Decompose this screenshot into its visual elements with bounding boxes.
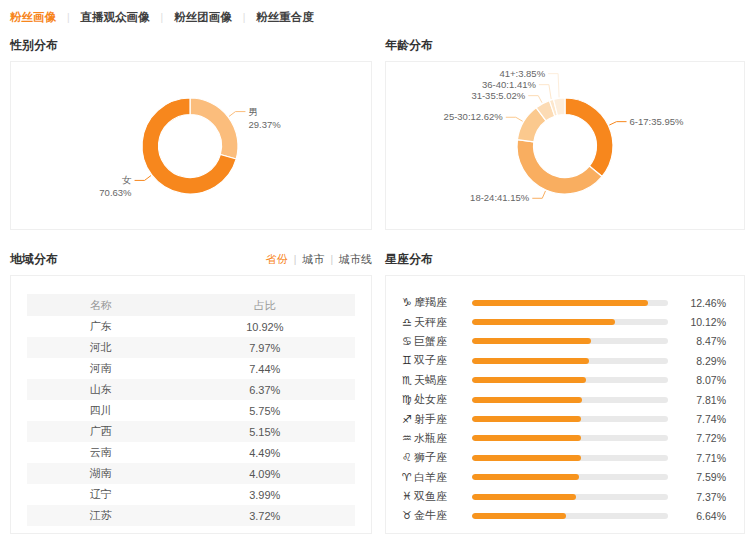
zodiac-name: 水瓶座 (414, 431, 447, 446)
region-subtabs: 省份 | 城市 | 城市线 (266, 252, 372, 267)
region-table-cell: 4.49% (175, 442, 355, 463)
zodiac-value: 7.72% (678, 432, 726, 444)
bar-fill (472, 474, 579, 480)
pie-label: 男 (248, 106, 258, 117)
zodiac-label: ♌狮子座 (402, 450, 466, 465)
age-card: 6-17:35.95%18-24:41.15%25-30:12.62%31-35… (385, 61, 745, 230)
pie-label: 25-30:12.62% (444, 111, 504, 122)
tab-separator: | (243, 12, 246, 23)
tab-live-audience-portrait[interactable]: 直播观众画像 (81, 10, 150, 25)
region-table-cell: 广东 (27, 316, 175, 337)
region-table-cell: 江苏 (27, 505, 175, 526)
zodiac-label: ♐射手座 (402, 412, 466, 427)
zodiac-label: ♍处女座 (402, 392, 466, 407)
zodiac-name: 处女座 (414, 392, 447, 407)
region-table-cell: 四川 (27, 400, 175, 421)
age-donut-chart: 6-17:35.95%18-24:41.15%25-30:12.62%31-35… (386, 62, 744, 229)
region-table-cell: 7.97% (175, 337, 355, 358)
gender-section-title: 性别分布 (10, 37, 58, 54)
region-table-cell: 山东 (27, 379, 175, 400)
bar-track (472, 513, 668, 519)
zodiac-value: 7.37% (678, 491, 726, 503)
zodiac-row: ♓双鱼座7.37% (402, 487, 726, 506)
zodiac-label: ♊双子座 (402, 353, 466, 368)
zodiac-9-icon: ♌ (402, 451, 412, 464)
zodiac-name: 射手座 (414, 412, 447, 427)
region-table-row: 江苏3.72% (27, 505, 355, 526)
pie-label: 31-35:5.02% (471, 90, 525, 101)
subtab-province[interactable]: 省份 (266, 252, 288, 267)
zodiac-11-icon: ♓ (402, 490, 412, 503)
tab-fan-overlap[interactable]: 粉丝重合度 (256, 10, 314, 25)
zodiac-value: 7.74% (678, 413, 726, 425)
subtab-separator: | (294, 254, 297, 265)
region-table: 名称占比 广东10.92%河北7.97%河南7.44%山东6.37%四川5.75… (27, 294, 355, 526)
bar-fill (472, 319, 615, 325)
pie-label: 36-40:1.41% (482, 79, 536, 90)
zodiac-value: 8.07% (678, 374, 726, 386)
region-column-header: 名称 (27, 294, 175, 316)
region-table-cell: 6.37% (175, 379, 355, 400)
subtab-city[interactable]: 城市 (302, 252, 324, 267)
region-table-cell: 5.15% (175, 421, 355, 442)
zodiac-1-icon: ♑ (402, 296, 412, 309)
region-table-row: 云南4.49% (27, 442, 355, 463)
subtab-city-tier[interactable]: 城市线 (339, 252, 372, 267)
bar-fill (472, 358, 589, 364)
region-table-cell: 7.44% (175, 358, 355, 379)
top-tabbar: 粉丝画像 | 直播观众画像 | 粉丝团画像 | 粉丝重合度 (10, 6, 745, 28)
tab-fan-club-portrait[interactable]: 粉丝团画像 (174, 10, 232, 25)
zodiac-name: 摩羯座 (414, 295, 447, 310)
zodiac-card: ♑摩羯座12.46%♎天秤座10.12%♋巨蟹座8.47%♊双子座8.29%♏天… (385, 275, 745, 534)
bar-track (472, 358, 668, 364)
region-table-row: 四川5.75% (27, 400, 355, 421)
bar-fill (472, 513, 566, 519)
zodiac-value: 12.46% (678, 297, 726, 309)
tab-fan-portrait[interactable]: 粉丝画像 (10, 10, 56, 25)
tab-separator: | (161, 12, 164, 23)
bar-track (472, 474, 668, 480)
zodiac-value: 7.71% (678, 452, 726, 464)
region-table-row: 广东10.92% (27, 316, 355, 337)
zodiac-12-icon: ♉ (402, 509, 412, 522)
zodiac-label: ♎天秤座 (402, 315, 466, 330)
zodiac-name: 巨蟹座 (414, 334, 447, 349)
region-table-cell: 辽宁 (27, 484, 175, 505)
bar-track (472, 494, 668, 500)
zodiac-10-icon: ♈ (402, 471, 412, 484)
pie-label: 29.37% (248, 119, 281, 130)
zodiac-value: 8.47% (678, 335, 726, 347)
region-table-row: 山东6.37% (27, 379, 355, 400)
zodiac-value: 7.81% (678, 394, 726, 406)
zodiac-3-icon: ♋ (402, 335, 412, 348)
bar-track (472, 455, 668, 461)
gender-donut-chart: 男29.37%女70.63% (11, 62, 371, 229)
zodiac-label: ♏天蝎座 (402, 373, 466, 388)
pie-slice-18-24 (517, 140, 602, 194)
zodiac-value: 7.59% (678, 471, 726, 483)
region-table-row: 辽宁3.99% (27, 484, 355, 505)
pie-label-line (528, 96, 542, 103)
zodiac-label: ♒水瓶座 (402, 431, 466, 446)
region-table-row: 河南7.44% (27, 358, 355, 379)
zodiac-row: ♈白羊座7.59% (402, 468, 726, 487)
zodiac-value: 6.64% (678, 510, 726, 522)
zodiac-6-icon: ♍ (402, 393, 412, 406)
tab-separator: | (67, 12, 70, 23)
bar-fill (472, 455, 581, 461)
region-column-header: 占比 (175, 294, 355, 316)
gender-card: 男29.37%女70.63% (10, 61, 372, 230)
pie-label-line (135, 176, 151, 181)
zodiac-4-icon: ♊ (402, 354, 412, 367)
top-charts-row: 性别分布 男29.37%女70.63% 年龄分布 6-17:35.95%18-2… (10, 28, 745, 230)
region-table-row: 河北7.97% (27, 337, 355, 358)
zodiac-name: 狮子座 (414, 450, 447, 465)
region-section-title: 地域分布 (10, 251, 58, 268)
zodiac-row: ♎天秤座10.12% (402, 312, 726, 331)
zodiac-name: 天蝎座 (414, 373, 447, 388)
zodiac-row: ♑摩羯座12.46% (402, 293, 726, 312)
bar-fill (472, 416, 581, 422)
zodiac-row: ♋巨蟹座8.47% (402, 332, 726, 351)
fan-portrait-page: 粉丝画像 | 直播观众画像 | 粉丝团画像 | 粉丝重合度 性别分布 男29.3… (0, 0, 750, 543)
zodiac-7-icon: ♐ (402, 413, 412, 426)
